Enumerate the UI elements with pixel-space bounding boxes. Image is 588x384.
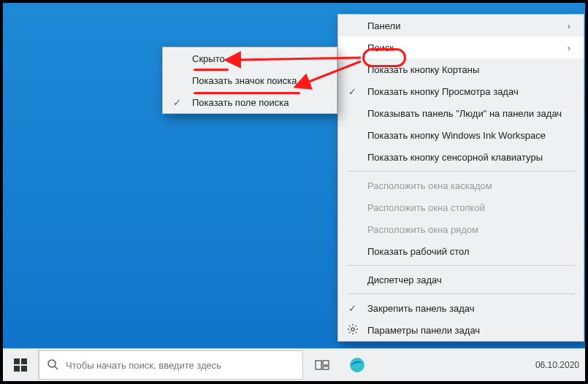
taskbar-menu-item[interactable]: Показать рабочий стол — [338, 240, 584, 262]
taskbar-menu-item[interactable]: ✓Закрепить панель задач — [338, 297, 584, 319]
taskbar-menu-item: Расположить окна рядом — [338, 218, 584, 240]
taskbar-search-box[interactable]: Чтобы начать поиск, введите здесь — [39, 350, 303, 380]
check-icon: ✓ — [348, 86, 356, 97]
svg-rect-11 — [323, 366, 329, 369]
taskbar-menu-item[interactable]: Показывать панель "Люди" на панели задач — [338, 102, 584, 124]
taskbar-menu-item[interactable]: Параметры панели задач — [338, 319, 584, 341]
windows-logo-icon — [14, 358, 27, 372]
search-submenu-item-label: Скрыто — [192, 53, 225, 64]
task-view-button[interactable] — [305, 349, 340, 381]
taskbar-menu-separator — [347, 265, 575, 266]
taskbar-pinned-apps — [305, 349, 375, 381]
taskbar-menu-item[interactable]: Диспетчер задач — [338, 269, 584, 291]
search-submenu-item[interactable]: Показать значок поиска — [163, 69, 337, 91]
svg-rect-9 — [316, 361, 321, 369]
search-submenu-item-label: Показать значок поиска — [192, 75, 297, 86]
search-submenu-item[interactable]: Скрыто — [163, 47, 337, 69]
search-placeholder-text: Чтобы начать поиск, введите здесь — [66, 360, 221, 371]
system-tray[interactable]: 06.10.2020 — [530, 349, 585, 381]
search-icon — [47, 358, 58, 372]
check-icon: ✓ — [173, 97, 181, 108]
taskbar-menu-item[interactable]: ✓Показать кнопку Просмотра задач — [338, 80, 584, 102]
taskbar-menu-separator — [347, 293, 575, 294]
annotation-underline-hidden — [194, 69, 229, 71]
svg-rect-3 — [14, 358, 20, 364]
taskbar-menu-item[interactable]: Показать кнопку Windows Ink Workspace — [338, 124, 584, 146]
desktop: Панели›Поиск›Показать кнопку Кортаны✓Пок… — [3, 3, 585, 381]
chevron-right-icon: › — [553, 42, 570, 53]
svg-line-8 — [55, 366, 58, 369]
taskbar-menu-item-label: Показывать панель "Люди" на панели задач — [367, 108, 562, 119]
edge-icon — [349, 357, 365, 373]
search-submenu-item-label: Показать поле поиска — [192, 97, 289, 108]
taskbar-menu-item[interactable]: Показать кнопку сенсорной клавиатуры — [338, 146, 584, 168]
annotation-oval-search — [362, 48, 406, 67]
taskbar-menu-item: Расположить окна стопкой — [338, 196, 584, 218]
taskbar[interactable]: Чтобы начать поиск, введите здесь 06.10.… — [3, 348, 585, 381]
check-icon: ✓ — [348, 303, 356, 314]
taskbar-menu-separator — [347, 171, 575, 172]
taskbar-menu-item-label: Расположить окна каскадом — [367, 180, 492, 191]
taskbar-menu-item-label: Показать кнопку Windows Ink Workspace — [367, 130, 546, 141]
taskbar-menu-item[interactable]: Панели› — [338, 15, 584, 37]
taskbar-menu-item-label: Диспетчер задач — [367, 274, 442, 285]
taskbar-menu-item-label: Показать кнопку сенсорной клавиатуры — [367, 152, 543, 163]
svg-rect-4 — [21, 358, 27, 364]
search-submenu-item[interactable]: ✓Показать поле поиска — [163, 91, 337, 113]
annotation-underline-show-icon — [194, 92, 300, 94]
svg-rect-6 — [21, 366, 27, 372]
taskbar-menu-item-label: Закрепить панель задач — [367, 303, 475, 314]
taskbar-menu-item-label: Показать рабочий стол — [367, 246, 469, 257]
start-button[interactable] — [3, 349, 39, 381]
chevron-right-icon: › — [553, 20, 570, 31]
edge-button[interactable] — [340, 349, 375, 381]
taskbar-menu-item-label: Параметры панели задач — [367, 325, 480, 336]
tray-date: 06.10.2020 — [535, 360, 579, 370]
svg-point-0 — [351, 327, 354, 330]
taskbar-menu-item-label: Панели — [367, 20, 400, 31]
taskbar-menu-item-label: Расположить окна рядом — [367, 224, 478, 235]
search-submenu: СкрытоПоказать значок поиска✓Показать по… — [162, 47, 337, 114]
svg-rect-5 — [14, 366, 20, 372]
gear-icon — [347, 323, 359, 337]
svg-rect-10 — [323, 361, 329, 365]
svg-point-7 — [48, 360, 56, 367]
taskbar-menu-item: Расположить окна каскадом — [338, 174, 584, 196]
task-view-icon — [315, 360, 329, 370]
taskbar-menu-item-label: Расположить окна стопкой — [367, 202, 485, 213]
taskbar-menu-item-label: Показать кнопку Просмотра задач — [367, 86, 519, 97]
